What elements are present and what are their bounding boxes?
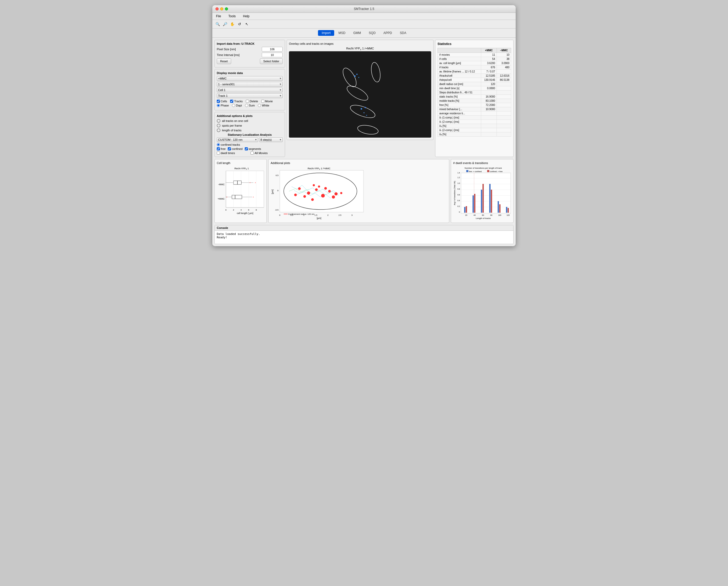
svg-text:-MMC: -MMC: [218, 183, 225, 186]
mmc-select[interactable]: +MMC -MMC: [217, 76, 283, 81]
free-checkbox[interactable]: [217, 147, 220, 150]
stats-cell-plus-7: 120: [481, 82, 497, 86]
svg-point-8: [358, 77, 359, 78]
tab-appd[interactable]: APPD: [380, 30, 396, 36]
svg-text:40: 40: [473, 214, 476, 216]
confined-options: confined tracks: [217, 143, 283, 146]
phase-radio[interactable]: [217, 104, 220, 107]
confined-tracks-label: confined tracks: [221, 143, 240, 146]
center-panel: Overlay cells and tracks on images RecN-…: [285, 40, 435, 157]
pan-icon[interactable]: ✋: [229, 21, 235, 27]
menu-help[interactable]: Help: [241, 14, 251, 19]
sum-radio-item[interactable]: Sum: [245, 104, 255, 107]
undo-icon[interactable]: ↺: [236, 21, 243, 27]
cells-checkbox-item[interactable]: Cells: [217, 100, 227, 103]
svg-point-85: [321, 194, 325, 198]
stats-cell-label-5: #tracks/cell: [438, 74, 481, 78]
svg-rect-132: [483, 184, 484, 213]
spots-option: spots per frame: [217, 124, 283, 127]
svg-point-90: [303, 195, 306, 198]
select-folder-button[interactable]: Select folder: [260, 58, 283, 64]
close-button[interactable]: [215, 7, 218, 10]
dwell-times-checkbox[interactable]: [217, 151, 220, 155]
stats-cell-label-18: ōₜ (2-comp.) [ms]: [438, 128, 481, 132]
dapi-radio[interactable]: [232, 104, 235, 107]
dwell-chart-box: # dwell events & transitions Number of t…: [451, 159, 514, 223]
length-option: length of tracks: [217, 128, 283, 132]
all-movies-label: All Movies: [255, 151, 267, 155]
svg-text:6: 6: [248, 209, 250, 211]
tab-sda[interactable]: SDA: [396, 30, 410, 36]
pixel-size-input[interactable]: [262, 47, 283, 52]
left-panel: Import data from: U-TRACK Pixel Size [nm…: [214, 40, 285, 157]
stats-cell-plus-2: 3.6200: [481, 61, 497, 66]
movie-checkbox-item[interactable]: Movie: [261, 100, 273, 103]
menu-tools[interactable]: Tools: [227, 14, 237, 19]
svg-point-87: [334, 192, 338, 196]
white-radio[interactable]: [258, 104, 261, 107]
dapi-radio-item[interactable]: Dapi: [232, 104, 242, 107]
steps-select[interactable]: 8 step(s): [259, 137, 283, 142]
tracks-checkbox[interactable]: [230, 100, 233, 103]
svg-text:RecN-YFPV 1: RecN-YFPV 1: [234, 167, 249, 170]
cursor-icon[interactable]: ↖: [244, 21, 250, 27]
stats-table: +MMC –MMC # movies1110# cells5438av. cel…: [438, 48, 511, 136]
free-checkbox-item[interactable]: free: [217, 147, 226, 150]
sum-label: Sum: [249, 104, 255, 107]
svg-rect-135: [498, 201, 499, 213]
minimize-button[interactable]: [220, 7, 223, 10]
tracks-checkbox-item[interactable]: Tracks: [230, 100, 243, 103]
confined-tracks-radio-item[interactable]: confined tracks: [217, 143, 240, 146]
toolbar: 🔍 🔎 ✋ ↺ ↖: [212, 20, 516, 28]
stats-cell-minus-4: [497, 70, 511, 74]
time-interval-input[interactable]: [262, 53, 283, 57]
svg-text:0: 0: [459, 211, 460, 213]
time-interval-label: Time Interval [ms]: [217, 53, 261, 56]
stats-cell-minus-18: [497, 128, 511, 132]
cell-select[interactable]: Cell 1: [217, 87, 283, 92]
dwell-times-label: dwell times: [221, 151, 235, 155]
svg-point-7: [357, 74, 358, 75]
svg-text:[μm]: [μm]: [271, 189, 274, 194]
confined-tracks-radio[interactable]: [217, 143, 220, 146]
segments-checkbox-item[interactable]: segments: [245, 147, 261, 150]
sum-radio[interactable]: [245, 104, 248, 107]
segments-checkbox[interactable]: [245, 147, 248, 150]
stats-cell-minus-11: [497, 99, 511, 103]
svg-text:+: +: [226, 196, 228, 198]
all-movies-checkbox[interactable]: [251, 151, 254, 155]
tab-sqd[interactable]: SQD: [365, 30, 379, 36]
search-icon[interactable]: 🔍: [214, 21, 221, 27]
spots-radio-icon: [217, 124, 220, 127]
dwell-times-item[interactable]: dwell times: [217, 151, 235, 155]
custom-select[interactable]: CUSTOM : 120 nm: [217, 137, 258, 142]
delete-checkbox[interactable]: [246, 100, 249, 103]
console-line-1: Data loaded successfully.: [217, 232, 511, 236]
track-select[interactable]: Track 1: [217, 94, 283, 98]
all-movies-item[interactable]: All Movies: [251, 151, 267, 155]
phase-radio-item[interactable]: Phase: [217, 104, 229, 107]
stats-cell-label-0: # movies: [438, 53, 481, 57]
stats-cell-label-14: average residence ti...: [438, 111, 481, 116]
stats-cell-minus-7: [497, 82, 511, 86]
svg-text:0: 0: [279, 214, 281, 216]
white-radio-item[interactable]: White: [258, 104, 269, 107]
tab-import[interactable]: Import: [318, 30, 334, 36]
maximize-button[interactable]: [225, 7, 228, 10]
cell-length-svg: RecN-YFPV 1 -MMC +MMC 0 2 4 6 8 cell len…: [217, 165, 266, 215]
confined-checkbox-item[interactable]: confined: [228, 147, 243, 150]
delete-checkbox-item[interactable]: Delete: [246, 100, 258, 103]
movie-checkbox[interactable]: [261, 100, 264, 103]
stats-row-0: # movies1110: [438, 53, 511, 57]
tab-gmm[interactable]: GMM: [349, 30, 365, 36]
confined-checkbox[interactable]: [228, 147, 231, 150]
cells-checkbox[interactable]: [217, 100, 220, 103]
zoom-in-icon[interactable]: 🔎: [222, 21, 228, 27]
tab-msd[interactable]: MSD: [335, 30, 349, 36]
menu-file[interactable]: File: [214, 14, 223, 19]
svg-point-86: [328, 190, 331, 193]
traffic-lights: [215, 7, 228, 10]
series-select[interactable]: 1 - series001: [217, 82, 283, 86]
pixel-size-label: Pixel Size [nm]: [217, 48, 261, 51]
reset-button[interactable]: Reset: [217, 58, 231, 64]
